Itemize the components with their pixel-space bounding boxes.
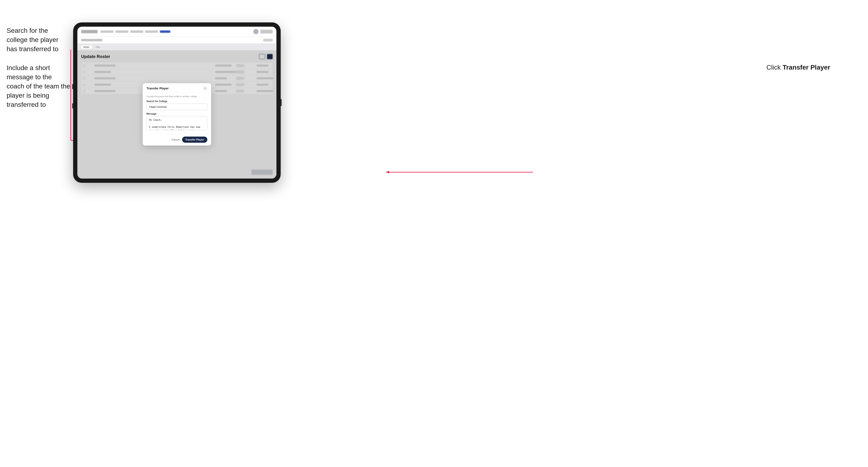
annotation-right: Click Transfer Player — [766, 64, 830, 71]
app-nav — [100, 30, 250, 33]
user-avatar — [253, 29, 258, 34]
transfer-player-button[interactable]: Transfer Player — [182, 136, 208, 143]
tablet-notch-volume1 — [72, 84, 73, 89]
breadcrumb — [81, 39, 102, 41]
close-button[interactable]: × — [203, 86, 207, 90]
nav-item-team — [115, 30, 128, 33]
modal-footer: Cancel Transfer Player — [143, 134, 211, 146]
modal-header: Transfer Player × — [143, 83, 211, 92]
app-bar — [78, 27, 276, 36]
sub-bar — [78, 36, 276, 44]
nav-item-more — [145, 30, 158, 33]
app-bar-right — [253, 29, 273, 34]
tablet-notch-volume2 — [72, 103, 73, 108]
app-logo — [81, 30, 98, 33]
annotation-transfer-player-text: Transfer Player — [783, 64, 830, 71]
modal-subtitle: Transfer the player and their profile to… — [147, 95, 207, 98]
nav-item-community — [100, 30, 114, 33]
tablet-notch-power — [281, 99, 282, 106]
tabs-row: Roster Stats — [78, 44, 276, 50]
nav-item-matches — [130, 30, 143, 33]
sub-bar-action — [263, 39, 273, 41]
search-college-input[interactable] — [147, 103, 207, 110]
modal-title: Transfer Player — [147, 87, 168, 90]
tablet-device: Roster Stats Update Roster — [73, 22, 281, 183]
tab-active: Roster — [81, 45, 92, 49]
transfer-player-modal: Transfer Player × Transfer the player an… — [143, 83, 211, 146]
message-textarea[interactable]: Hi Coach, I understand Chris Robertson h… — [147, 116, 207, 130]
message-label: Message — [147, 113, 207, 115]
annotation-left: Search for the college the player has tr… — [7, 26, 70, 110]
tab-other: Stats — [93, 45, 102, 49]
annotation-search-text: Search for the college the player has tr… — [7, 27, 58, 53]
annotation-message-text: Include a short message to the coach of … — [7, 64, 70, 108]
search-college-label: Search for College — [147, 100, 207, 102]
nav-item-roster-active — [160, 30, 170, 33]
tablet-screen: Roster Stats Update Roster — [78, 27, 276, 179]
main-content: Update Roster — [78, 50, 276, 179]
cancel-button[interactable]: Cancel — [172, 138, 180, 141]
modal-body: Transfer the player and their profile to… — [143, 92, 211, 134]
svg-marker-4 — [385, 171, 389, 173]
app-bar-button — [260, 30, 273, 33]
modal-overlay: Transfer Player × Transfer the player an… — [78, 50, 276, 179]
